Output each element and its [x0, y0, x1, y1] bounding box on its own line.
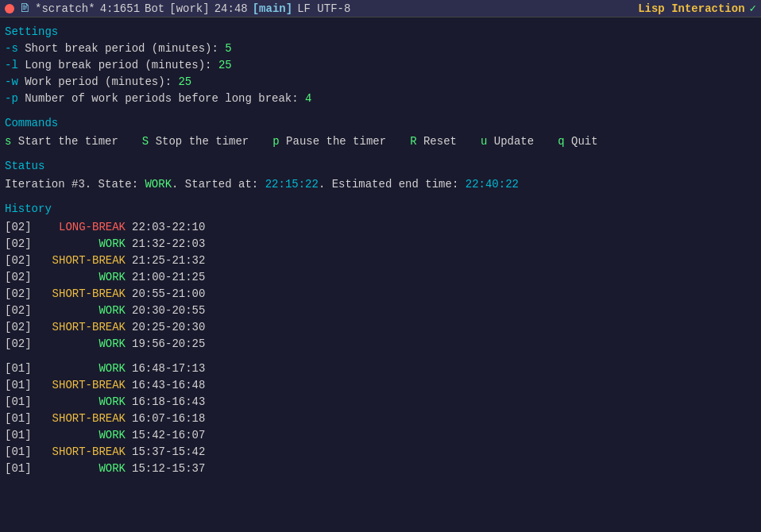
hist-type: SHORT-BREAK	[37, 411, 132, 427]
history-row: [01]WORK15:12-15:37	[5, 461, 756, 477]
hist-type: WORK	[37, 461, 132, 477]
hist-type: WORK	[37, 427, 132, 444]
hist-index: [01]	[5, 444, 37, 461]
hist-index: [01]	[5, 360, 37, 377]
settings-flags: -s Short break period (minutes): 5-l Lon…	[5, 40, 756, 107]
settings-flag-row: -p Number of work periods before long br…	[5, 91, 756, 107]
hist-index: [01]	[5, 411, 37, 427]
hist-time: 16:48-17:13	[132, 360, 205, 377]
flag-value: 25	[218, 59, 232, 71]
hist-type: SHORT-BREAK	[37, 377, 132, 394]
main-tag: [main]	[253, 2, 292, 15]
history-row: [01]WORK16:18-16:43	[5, 394, 756, 411]
flag-value: 25	[178, 75, 191, 88]
hist-index: [01]	[5, 427, 37, 444]
cmd-key: p	[272, 135, 279, 148]
hist-index: [02]	[5, 236, 37, 253]
hist-time: 16:43-16:48	[132, 377, 205, 394]
cmd-text: Reset	[423, 135, 457, 148]
cmd-text: Pause the timer	[286, 135, 386, 148]
hist-time: 15:37-15:42	[132, 444, 205, 461]
status-section: Status Iteration #3. State: WORK. Starte…	[5, 158, 756, 193]
hist-type: SHORT-BREAK	[37, 319, 132, 336]
command-item[interactable]: u Update	[481, 133, 558, 150]
hist-index: [02]	[5, 319, 37, 336]
command-item[interactable]: q Quit	[558, 133, 621, 150]
flag-key: -w	[5, 75, 18, 88]
hist-type: WORK	[37, 394, 132, 411]
flag-value: 4	[305, 92, 311, 105]
cmd-key: s	[5, 135, 11, 148]
flag-key: -p	[5, 92, 18, 105]
main-content: Settings -s Short break period (minutes)…	[0, 17, 761, 480]
hist-type: LONG-BREAK	[37, 219, 132, 236]
cmd-key: u	[481, 135, 487, 148]
window-dot-red	[5, 4, 14, 13]
status-line: Iteration #3. State: WORK. Started at: 2…	[5, 176, 756, 193]
flag-value: 5	[225, 42, 231, 55]
hist-time: 20:30-20:55	[132, 303, 205, 319]
hist-type: SHORT-BREAK	[37, 286, 132, 303]
filename: *scratch*	[35, 2, 95, 15]
settings-label: Settings	[5, 24, 756, 40]
history-row: [02]SHORT-BREAK20:55-21:00	[5, 286, 756, 303]
hist-type: WORK	[37, 336, 132, 353]
command-item[interactable]: S Stop the timer	[142, 133, 272, 150]
hist-index: [02]	[5, 269, 37, 286]
work-tag: [work]	[169, 2, 209, 15]
started-prefix: . Started at:	[172, 178, 265, 191]
history-row: [02]SHORT-BREAK20:25-20:30	[5, 319, 756, 336]
flag-key: -s	[5, 42, 18, 55]
hist-time: 20:55-21:00	[132, 286, 205, 303]
end-prefix: . Estimated end time:	[319, 178, 465, 191]
hist-index: [01]	[5, 377, 37, 394]
command-item[interactable]: R Reset	[410, 133, 481, 150]
hist-time: 22:03-22:10	[132, 219, 205, 236]
hist-index: [02]	[5, 336, 37, 353]
hist-time: 21:00-21:25	[132, 269, 205, 286]
time-display: 24:48	[214, 2, 248, 15]
settings-flag-row: -s Short break period (minutes): 5	[5, 40, 756, 57]
status-label: Status	[5, 158, 756, 175]
history-row: [02]LONG-BREAK22:03-22:10	[5, 219, 756, 236]
hist-type: WORK	[37, 303, 132, 319]
hist-type: SHORT-BREAK	[37, 253, 132, 269]
cmd-key: R	[410, 135, 416, 148]
hist-type: WORK	[37, 360, 132, 377]
history-row: [02]WORK20:30-20:55	[5, 303, 756, 319]
settings-flag-row: -l Long break period (minutes): 25	[5, 57, 756, 74]
hist-time: 20:25-20:30	[132, 319, 205, 336]
cmd-text: Stop the timer	[156, 135, 249, 148]
cmd-text: Start the timer	[18, 135, 118, 148]
hist-type: WORK	[37, 236, 132, 253]
hist-index: [02]	[5, 286, 37, 303]
hist-type: SHORT-BREAK	[37, 444, 132, 461]
history-row: [02]SHORT-BREAK21:25-21:32	[5, 253, 756, 269]
history-row: [02]WORK19:56-20:25	[5, 336, 756, 353]
command-item[interactable]: s Start the timer	[5, 133, 142, 150]
hist-time: 21:25-21:32	[132, 253, 205, 269]
started-time: 22:15:22	[265, 178, 319, 191]
history-row: [01]WORK15:42-16:07	[5, 427, 756, 444]
hist-time: 15:12-15:37	[132, 461, 205, 477]
hist-time: 21:32-22:03	[132, 236, 205, 253]
flag-desc: Number of work periods before long break…	[25, 92, 298, 105]
end-time: 22:40:22	[465, 178, 519, 191]
hist-time: 19:56-20:25	[132, 336, 205, 353]
hist-index: [02]	[5, 303, 37, 319]
history-row: [02]WORK21:32-22:03	[5, 236, 756, 253]
history-row: [02]WORK21:00-21:25	[5, 269, 756, 286]
iteration-prefix: Iteration #3. State:	[5, 178, 145, 191]
commands-row: s Start the timerS Stop the timerp Pause…	[5, 133, 756, 150]
hist-index: [01]	[5, 461, 37, 477]
history-row: [01]SHORT-BREAK16:07-16:18	[5, 411, 756, 427]
hist-time: 16:07-16:18	[132, 411, 205, 427]
hist-index: [02]	[5, 253, 37, 269]
history-row: [01]SHORT-BREAK16:43-16:48	[5, 377, 756, 394]
emacs-icon: 🖹	[19, 2, 30, 15]
flag-desc: Work period (minutes):	[25, 75, 172, 88]
history-content: [02]LONG-BREAK22:03-22:10[02]WORK21:32-2…	[5, 219, 756, 477]
flag-desc: Long break period (minutes):	[25, 59, 211, 71]
history-row: [01]WORK16:48-17:13	[5, 360, 756, 377]
command-item[interactable]: p Pause the timer	[272, 133, 410, 150]
